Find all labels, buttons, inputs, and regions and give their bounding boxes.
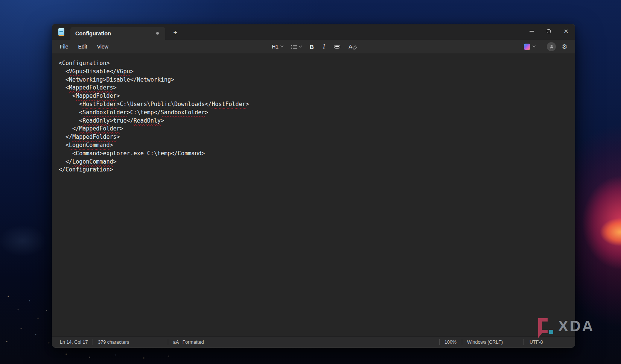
- misspelled-word: SandboxFolder: [82, 109, 126, 116]
- xda-logo-icon: [538, 318, 555, 340]
- misspelled-word: HostFolder: [82, 101, 116, 108]
- menu-file[interactable]: File: [55, 41, 73, 52]
- format-state: Formatted: [183, 340, 204, 345]
- code-line: </MappedFolders>: [59, 133, 567, 141]
- account-button[interactable]: [545, 41, 558, 52]
- notepad-window: Configuration + × File Edit View H1: [52, 24, 575, 348]
- misspelled-word: MappedFolder: [76, 93, 116, 99]
- xda-wordmark: XDA: [558, 318, 594, 334]
- bold-icon: B: [310, 44, 314, 50]
- zoom-level[interactable]: 100%: [440, 340, 462, 345]
- misspelled-word: MappedFolders: [72, 133, 116, 140]
- copilot-icon: [524, 44, 530, 50]
- code-line: <Networking>Disable</Networking>: [59, 76, 567, 84]
- app-icon-wrap: [52, 24, 70, 40]
- status-bar: Ln 14, Col 17 379 characters aA Formatte…: [52, 336, 575, 347]
- link-button[interactable]: [330, 41, 344, 52]
- misspelled-word: ReadOnly: [134, 117, 161, 124]
- status-bar-right: 100% Windows (CRLF) UTF-8: [439, 339, 575, 345]
- window-controls: ×: [523, 24, 575, 38]
- command-bar: File Edit View H1 B I: [52, 40, 575, 53]
- code-line: </Configuration>: [59, 166, 567, 174]
- formatting-toolbar: H1 B I A: [268, 41, 359, 52]
- command-bar-right: ⚙: [521, 41, 571, 52]
- tab-title: Configuration: [75, 30, 156, 36]
- misspelled-word: ReadOnly: [82, 117, 110, 124]
- code-line: <HostFolder>C:\Users\Public\Downloads</H…: [59, 100, 567, 109]
- code-line: <MappedFolders>: [59, 84, 567, 92]
- italic-button[interactable]: I: [319, 41, 329, 52]
- code-line: <Command>explorer.exe C:\temp</Command>: [59, 150, 567, 158]
- code-line: <SandboxFolder>C:\temp</SandboxFolder>: [59, 109, 567, 117]
- clear-formatting-icon: A: [349, 44, 355, 50]
- link-icon: [334, 45, 340, 49]
- unsaved-indicator-dot: [156, 32, 159, 35]
- misspelled-word: VGpu: [69, 68, 82, 75]
- list-dropdown[interactable]: [288, 41, 305, 52]
- code-line: <LogonCommand>: [59, 141, 567, 150]
- maximize-icon: [547, 29, 551, 33]
- close-icon: ×: [563, 28, 568, 34]
- heading-dropdown[interactable]: H1: [268, 41, 286, 52]
- new-tab-button[interactable]: +: [170, 27, 181, 38]
- chevron-down-icon: [299, 44, 302, 47]
- code-line: </MappedFolder>: [59, 125, 567, 133]
- menu-view[interactable]: View: [93, 41, 113, 52]
- menu-edit[interactable]: Edit: [74, 41, 92, 52]
- tab-configuration[interactable]: Configuration: [70, 27, 165, 40]
- clear-formatting-button[interactable]: A: [345, 41, 359, 52]
- code-line: <VGpu>Disable</VGpu>: [59, 68, 567, 76]
- misspelled-word: HostFolder: [212, 101, 245, 108]
- cursor-position: Ln 14, Col 17: [60, 340, 88, 345]
- settings-button[interactable]: ⚙: [558, 41, 571, 52]
- code-line: <Configuration>: [59, 59, 567, 68]
- bullet-list-icon: [291, 45, 297, 49]
- line-ending: Windows (CRLF): [462, 340, 524, 345]
- status-divider: [93, 339, 93, 345]
- gear-icon: ⚙: [562, 43, 567, 50]
- formatting-aA-icon: aA: [173, 340, 179, 345]
- misspelled-word: LogonCommand: [72, 158, 113, 165]
- code-line: <ReadOnly>true</ReadOnly>: [59, 117, 567, 125]
- minimize-icon: [530, 31, 534, 31]
- notepad-icon: [58, 28, 64, 36]
- misspelled-word: SandboxFolder: [161, 109, 205, 116]
- tab-bar: Configuration + ×: [52, 24, 575, 40]
- misspelled-word: MappedFolders: [69, 84, 113, 91]
- misspelled-word: LogonCommand: [69, 142, 110, 149]
- status-divider: [168, 339, 168, 345]
- close-button[interactable]: ×: [557, 24, 575, 38]
- encoding: UTF-8: [524, 340, 575, 345]
- desktop-wallpaper: Configuration + × File Edit View H1: [0, 0, 621, 364]
- maximize-button[interactable]: [540, 24, 557, 38]
- document-text: <Configuration> <VGpu>Disable</VGpu> <Ne…: [59, 59, 567, 174]
- editor[interactable]: <Configuration> <VGpu>Disable</VGpu> <Ne…: [52, 53, 575, 336]
- heading-label: H1: [272, 44, 279, 50]
- bold-button[interactable]: B: [306, 41, 317, 52]
- chevron-down-icon: [533, 44, 536, 47]
- italic-icon: I: [322, 43, 326, 50]
- code-line: <MappedFolder>: [59, 92, 567, 100]
- minimize-button[interactable]: [523, 24, 540, 38]
- misspelled-word: MappedFolder: [79, 125, 120, 132]
- misspelled-word: VGpu: [117, 68, 130, 75]
- character-count: 379 characters: [98, 340, 129, 345]
- code-line: </LogonCommand>: [59, 158, 567, 166]
- copilot-button[interactable]: [521, 41, 539, 52]
- chevron-down-icon: [280, 44, 283, 47]
- xda-watermark: XDA: [538, 318, 594, 340]
- account-icon: [547, 42, 556, 51]
